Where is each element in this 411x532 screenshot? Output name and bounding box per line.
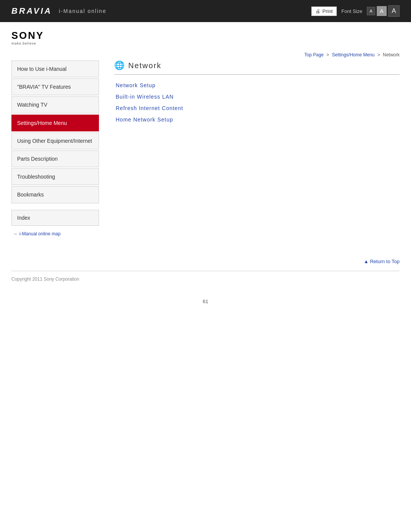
breadcrumb: Top Page > Settings/Home Menu > Network bbox=[0, 49, 411, 61]
return-to-top-row: Return to Top bbox=[0, 252, 411, 271]
sidebar-item-label: Watching TV bbox=[17, 102, 47, 108]
network-icon: 🌐 bbox=[114, 61, 124, 70]
sidebar-spacer bbox=[11, 204, 99, 210]
print-icon: 🖨 bbox=[315, 8, 320, 14]
breadcrumb-settings[interactable]: Settings/Home Menu bbox=[332, 52, 374, 58]
footer-copyright: Copyright 2011 Sony Corporation bbox=[0, 271, 411, 287]
sidebar-item-bravia-features[interactable]: "BRAVIA" TV Features bbox=[11, 78, 99, 95]
breadcrumb-current: Network bbox=[383, 52, 400, 58]
arrow-right-icon: → bbox=[13, 231, 18, 236]
sidebar-item-bookmarks[interactable]: Bookmarks bbox=[11, 186, 99, 203]
sidebar-item-label: Index bbox=[17, 215, 30, 221]
page-number: 61 bbox=[0, 287, 411, 312]
link-builtin-wireless[interactable]: Built-in Wireless LAN bbox=[116, 94, 400, 100]
sidebar-item-using-other[interactable]: Using Other Equipment/Internet bbox=[11, 133, 99, 149]
bravia-logo: BRAVIA bbox=[11, 6, 52, 16]
sidebar-item-label: Troubleshooting bbox=[17, 174, 55, 180]
font-size-buttons: A A A bbox=[367, 5, 400, 17]
sidebar-item-index[interactable]: Index bbox=[11, 210, 99, 226]
print-label: Print bbox=[322, 8, 333, 14]
font-medium-button[interactable]: A bbox=[377, 6, 387, 16]
breadcrumb-sep2: > bbox=[378, 52, 380, 58]
sidebar-item-how-to-use[interactable]: How to Use i-Manual bbox=[11, 61, 99, 77]
sidebar: How to Use i-Manual "BRAVIA" TV Features… bbox=[11, 61, 99, 236]
content-header: 🌐 Network bbox=[114, 61, 400, 75]
sidebar-item-parts-description[interactable]: Parts Description bbox=[11, 150, 99, 167]
content-links: Network Setup Built-in Wireless LAN Refr… bbox=[114, 82, 400, 123]
sidebar-item-troubleshooting[interactable]: Troubleshooting bbox=[11, 168, 99, 185]
sidebar-item-label: Using Other Equipment/Internet bbox=[17, 138, 92, 144]
sony-tagline: make.believe bbox=[11, 42, 400, 45]
sony-area: SONY make.believe bbox=[0, 22, 411, 49]
print-button[interactable]: 🖨 Print bbox=[311, 6, 337, 16]
sidebar-item-label: "BRAVIA" TV Features bbox=[17, 84, 71, 90]
imanual-label: i-Manual online bbox=[59, 8, 107, 14]
main-layout: How to Use i-Manual "BRAVIA" TV Features… bbox=[0, 61, 411, 236]
breadcrumb-top-page[interactable]: Top Page bbox=[304, 52, 324, 58]
sidebar-item-watching-tv[interactable]: Watching TV bbox=[11, 96, 99, 113]
sidebar-item-settings[interactable]: Settings/Home Menu bbox=[11, 115, 99, 131]
link-home-network[interactable]: Home Network Setup bbox=[116, 117, 400, 123]
content-area: 🌐 Network Network Setup Built-in Wireles… bbox=[99, 61, 400, 236]
sidebar-item-label: Settings/Home Menu bbox=[17, 120, 67, 126]
font-size-label: Font Size bbox=[341, 8, 362, 14]
sony-logo: SONY bbox=[11, 30, 400, 42]
sidebar-item-label: Parts Description bbox=[17, 156, 58, 162]
sidebar-item-label: Bookmarks bbox=[17, 192, 44, 198]
sidebar-map-link-area: → i-Manual online map bbox=[11, 231, 99, 236]
top-bar-right: 🖨 Print Font Size A A A bbox=[311, 5, 400, 17]
return-to-top-link[interactable]: Return to Top bbox=[364, 259, 400, 264]
font-large-button[interactable]: A bbox=[388, 5, 400, 17]
link-refresh-internet[interactable]: Refresh Internet Content bbox=[116, 105, 400, 111]
link-network-setup[interactable]: Network Setup bbox=[116, 82, 400, 88]
bravia-logo-area: BRAVIA i-Manual online bbox=[11, 6, 107, 16]
breadcrumb-sep1: > bbox=[327, 52, 329, 58]
font-small-button[interactable]: A bbox=[367, 7, 375, 15]
imanual-map-link[interactable]: i-Manual online map bbox=[19, 231, 61, 236]
sidebar-item-label: How to Use i-Manual bbox=[17, 66, 67, 72]
top-bar: BRAVIA i-Manual online 🖨 Print Font Size… bbox=[0, 0, 411, 22]
content-title: Network bbox=[128, 61, 161, 70]
